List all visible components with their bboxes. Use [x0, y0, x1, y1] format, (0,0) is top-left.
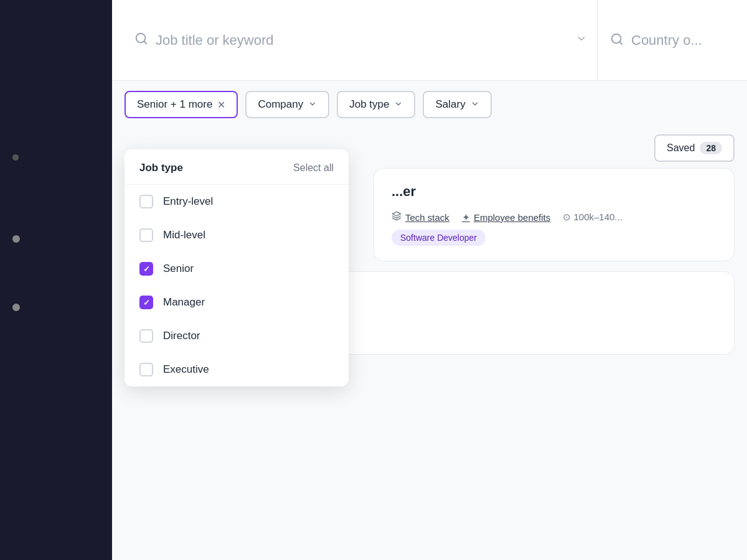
option-executive[interactable]: Executive: [125, 353, 349, 386]
chip-salary-chevron-icon: [471, 100, 479, 110]
search-placeholder: Job title or keyword: [156, 32, 568, 49]
chip-experience-label: Senior + 1 more: [137, 98, 212, 111]
dropdown-title: Job type: [139, 162, 183, 174]
svg-line-1: [144, 41, 146, 44]
benefits-icon-1: ✦: [462, 212, 470, 223]
option-manager[interactable]: Manager: [125, 286, 349, 319]
select-all-button[interactable]: Select all: [293, 162, 334, 174]
job-type-dropdown: Job type Select all Entry-level Mid-leve…: [125, 149, 349, 386]
chip-company[interactable]: Company: [245, 91, 329, 118]
option-director-label: Director: [163, 330, 200, 342]
job-1-benefits[interactable]: ✦ Employee benefits: [462, 212, 550, 223]
country-placeholder: Country o...: [631, 32, 702, 49]
svg-line-3: [619, 42, 622, 44]
chip-salary-label: Salary: [435, 98, 465, 111]
option-executive-label: Executive: [163, 363, 209, 376]
main-content: Job title or keyword Country o... Senior…: [112, 0, 747, 560]
chip-company-chevron-icon: [308, 100, 317, 110]
checkbox-manager[interactable]: [139, 296, 153, 309]
search-icon: [134, 32, 148, 49]
option-senior-label: Senior: [163, 263, 194, 275]
chip-job-type-chevron-icon: [394, 100, 403, 110]
sidebar-dot-2: [12, 235, 20, 243]
option-entry-level[interactable]: Entry-level: [125, 185, 349, 218]
saved-button[interactable]: Saved 28: [654, 134, 735, 162]
option-senior[interactable]: Senior: [125, 252, 349, 286]
job-1-tag: Software Developer: [392, 230, 486, 246]
option-manager-label: Manager: [163, 296, 205, 309]
saved-label: Saved: [667, 142, 695, 154]
saved-count: 28: [700, 142, 722, 154]
job-1-salary: ⊙ 100k–140...: [563, 212, 622, 223]
tech-stack-icon-1: [392, 211, 402, 223]
sidebar-dot-1: [12, 154, 19, 161]
option-director[interactable]: Director: [125, 319, 349, 353]
country-search-icon: [610, 32, 624, 49]
job-card-1: ...er Tech stack ✦ Employee benefits ⊙ 1…: [374, 168, 735, 261]
job-card-1-header: ...er: [392, 184, 716, 203]
checkbox-director[interactable]: [139, 329, 153, 343]
checkbox-executive[interactable]: [139, 363, 153, 376]
chip-salary[interactable]: Salary: [423, 91, 491, 118]
checkbox-mid-level[interactable]: [139, 228, 153, 242]
chip-company-label: Company: [258, 98, 303, 111]
chip-job-type-label: Job type: [349, 98, 389, 111]
salary-icon-1: ⊙: [563, 212, 571, 222]
svg-marker-4: [392, 212, 400, 216]
search-bar: Job title or keyword Country o...: [112, 0, 747, 81]
chip-experience[interactable]: Senior + 1 more ✕: [125, 91, 238, 118]
option-mid-level[interactable]: Mid-level: [125, 218, 349, 252]
option-mid-level-label: Mid-level: [163, 229, 205, 241]
chip-experience-close-icon[interactable]: ✕: [217, 99, 225, 111]
sidebar-dot-3: [12, 304, 20, 311]
filter-row: Senior + 1 more ✕ Company Job type Salar…: [112, 81, 747, 128]
checkbox-entry-level[interactable]: [139, 195, 153, 208]
job-1-meta: Tech stack ✦ Employee benefits ⊙ 100k–14…: [392, 211, 716, 223]
checkbox-senior[interactable]: [139, 262, 153, 276]
job-search-field[interactable]: Job title or keyword: [125, 0, 598, 80]
search-chevron-icon: [576, 33, 587, 47]
job-1-benefits-label: Employee benefits: [474, 212, 550, 223]
country-search-field[interactable]: Country o...: [598, 0, 735, 80]
dropdown-header: Job type Select all: [125, 149, 349, 185]
chip-job-type[interactable]: Job type: [337, 91, 415, 118]
job-1-title: ...er: [392, 184, 716, 200]
sidebar: [0, 0, 112, 560]
job-1-tech-stack[interactable]: Tech stack: [392, 211, 449, 223]
job-1-tech-stack-label: Tech stack: [405, 212, 449, 223]
job-1-info: ...er: [392, 184, 716, 203]
option-entry-level-label: Entry-level: [163, 195, 213, 208]
